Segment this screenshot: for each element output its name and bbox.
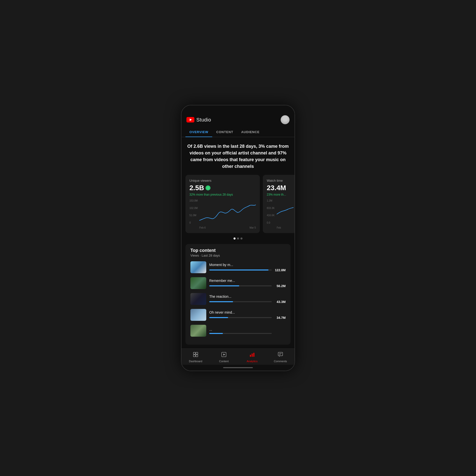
content-views-1: 122.8M	[274, 268, 286, 272]
watch-y-label-1: 833.3K	[267, 207, 275, 209]
y-label-1: 102.0M	[189, 207, 198, 209]
thumb-4	[190, 309, 206, 321]
unique-viewers-change: 32% more than previous 28 days	[189, 193, 256, 196]
content-item-5[interactable]: ...	[190, 325, 286, 337]
svg-rect-3	[196, 352, 198, 354]
content-bar-fill-5	[209, 333, 223, 334]
thumb-5	[190, 325, 206, 337]
content-title-5: ...	[209, 327, 286, 331]
nav-analytics[interactable]: Analytics	[238, 351, 266, 364]
youtube-studio-logo	[186, 117, 194, 122]
app-title: Studio	[196, 117, 211, 123]
watch-chart-dates: Feb	[277, 226, 294, 229]
app-header: Studio	[181, 113, 295, 127]
user-avatar[interactable]	[281, 115, 290, 124]
watch-chart-y-labels: 1.2M 833.3K 416.6K 0.0	[267, 199, 275, 224]
content-bar-bg-2	[209, 285, 272, 286]
avatar-image	[281, 115, 290, 124]
top-content-title: Top content	[190, 248, 286, 253]
svg-rect-8	[250, 355, 251, 357]
watch-y-label-2: 416.6K	[267, 214, 275, 217]
analytics-label: Analytics	[247, 360, 258, 363]
dashboard-icon	[193, 352, 198, 359]
thumb-2	[190, 277, 206, 289]
home-indicator	[181, 365, 295, 371]
content-bar-row-1: 122.8M	[209, 268, 286, 272]
content-bar-bg-1	[209, 269, 272, 270]
unique-viewers-chart: 153.0M 102.0M 51.0M 0 Feb 6 Mar 5	[189, 199, 256, 229]
nav-content[interactable]: Content	[210, 351, 238, 364]
unique-viewers-arrow: ↑	[206, 185, 210, 190]
content-views-4: 34.7M	[274, 316, 286, 320]
svg-rect-11	[278, 352, 283, 356]
y-label-0: 153.0M	[189, 199, 198, 202]
content-title-3: The reaction...	[209, 295, 286, 298]
content-title-1: Moment by m...	[209, 263, 286, 267]
watch-time-value: 23.4M	[267, 184, 286, 192]
tab-audience[interactable]: AUDIENCE	[237, 127, 264, 137]
svg-rect-10	[253, 353, 254, 357]
content-bar-fill-4	[209, 317, 228, 318]
content-title-2: Remember me...	[209, 279, 286, 283]
metrics-row: Unique viewers 2.5B ↑ 32% more than prev…	[181, 175, 295, 235]
unique-viewers-label: Unique viewers	[189, 179, 256, 182]
chart-date-start: Feb 6	[199, 226, 206, 229]
content-bar-row-5	[209, 333, 286, 334]
nav-comments[interactable]: Comments	[266, 351, 295, 364]
thumb-1	[190, 261, 206, 273]
svg-marker-14	[279, 356, 280, 357]
dot-1[interactable]	[234, 238, 236, 239]
svg-marker-7	[223, 354, 225, 356]
bottom-navigation: Dashboard Content Analytics	[181, 349, 295, 365]
watch-time-label: Watch time	[267, 179, 294, 182]
watch-time-change: 23% more th...	[267, 193, 294, 196]
content-bar-row-2: 56.2M	[209, 284, 286, 288]
top-content-section: Top content Views · Last 28 days Moment …	[185, 244, 291, 345]
content-bar-row-4: 34.7M	[209, 316, 286, 320]
content-item-4[interactable]: Oh never mind... 34.7M	[190, 309, 286, 321]
svg-rect-5	[196, 355, 198, 357]
watch-time-card: Watch time 23.4M 23% more th... 1.2M 833…	[263, 175, 295, 233]
content-info-4: Oh never mind... 34.7M	[209, 310, 286, 320]
content-bar-bg-5	[209, 333, 272, 334]
unique-viewers-value: 2.5B	[189, 184, 204, 192]
main-content: Of 2.6B views in the last 28 days, 3% ca…	[181, 137, 295, 349]
content-item-2[interactable]: Remember me... 56.2M	[190, 277, 286, 289]
dashboard-label: Dashboard	[189, 360, 202, 363]
content-item-1[interactable]: Moment by m... 122.8M	[190, 261, 286, 273]
tab-content[interactable]: CONTENT	[212, 127, 237, 137]
content-icon	[221, 352, 227, 359]
content-bar-fill-1	[209, 269, 268, 270]
content-bar-bg-4	[209, 317, 272, 318]
content-nav-label: Content	[219, 360, 229, 363]
comments-label: Comments	[274, 360, 287, 363]
content-info-3: The reaction... 43.3M	[209, 295, 286, 304]
watch-y-label-3: 0.0	[267, 221, 275, 224]
comments-icon	[278, 352, 283, 359]
home-bar	[223, 367, 253, 368]
content-bar-row-3: 43.3M	[209, 300, 286, 304]
content-info-2: Remember me... 56.2M	[209, 279, 286, 288]
dot-3[interactable]	[240, 238, 242, 239]
y-label-2: 51.0M	[189, 214, 198, 217]
content-views-3: 43.3M	[274, 300, 286, 304]
dot-2[interactable]	[237, 238, 239, 239]
content-bar-bg-3	[209, 301, 272, 302]
chart-date-end: Mar 5	[249, 226, 256, 229]
watch-time-chart: 1.2M 833.3K 416.6K 0.0 Feb	[267, 199, 294, 229]
tab-overview[interactable]: OVERVIEW	[185, 127, 212, 137]
content-item-3[interactable]: The reaction... 43.3M	[190, 293, 286, 305]
analytics-icon	[249, 352, 255, 359]
nav-dashboard[interactable]: Dashboard	[181, 351, 210, 364]
hero-description: Of 2.6B views in the last 28 days, 3% ca…	[186, 143, 290, 170]
svg-rect-2	[193, 352, 195, 354]
watch-chart-date-start: Feb	[277, 226, 281, 229]
content-bar-fill-2	[209, 285, 239, 286]
thumb-3	[190, 293, 206, 305]
unique-viewers-card: Unique viewers 2.5B ↑ 32% more than prev…	[185, 175, 260, 233]
y-label-3: 0	[189, 221, 198, 224]
chart-y-labels: 153.0M 102.0M 51.0M 0	[189, 199, 198, 224]
status-bar	[181, 105, 295, 113]
chart-svg-container	[199, 199, 256, 224]
svg-rect-9	[252, 354, 253, 357]
